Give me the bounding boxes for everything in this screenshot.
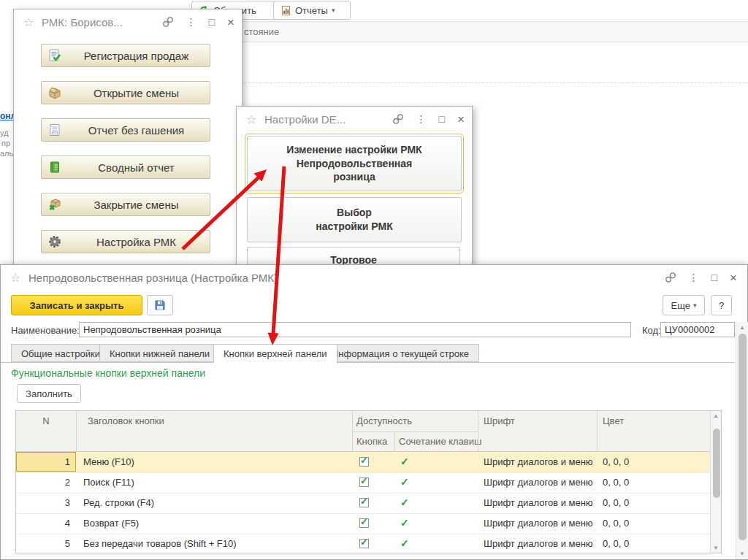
button-caption: Ред. строки (F4) [83, 493, 154, 513]
form-title: Непродовольственная розница (Настройка Р… [28, 272, 278, 284]
font-value: Шрифт диалогов и меню [484, 513, 593, 533]
button-enabled-checkbox[interactable]: ✓ [359, 457, 369, 467]
link-icon[interactable] [392, 113, 404, 125]
button-enabled-checkbox[interactable]: ✓ [359, 518, 369, 528]
favorite-star-icon[interactable]: ☆ [246, 112, 256, 126]
tab-top-panel-buttons[interactable]: Кнопки верхней панели [213, 344, 337, 364]
help-button[interactable]: ? [711, 295, 732, 315]
button-caption: Поиск (F11) [83, 472, 134, 492]
report-icon [280, 5, 291, 16]
background-text-fragment: аль [0, 149, 13, 158]
register-sales-button[interactable]: Регистрация продаж [41, 44, 210, 67]
tab-current-row-info[interactable]: Информация о текущей строке [321, 344, 479, 362]
maximize-icon[interactable]: □ [439, 113, 445, 125]
button-enabled-checkbox[interactable]: ✓ [359, 539, 369, 548]
column-header-button: Кнопка [356, 436, 387, 447]
shortcut-enabled-check-icon: ✓ [400, 452, 409, 472]
rmk-settings-button[interactable]: Настройка РМК [41, 230, 210, 253]
color-value: 0, 0, 0 [603, 534, 629, 553]
chevron-down-icon: ▾ [693, 302, 697, 309]
table-scrollbar[interactable]: ▲ ▼ [710, 411, 721, 553]
change-rmk-setting-button[interactable]: Изменение настройки РМК Непродовольствен… [247, 136, 462, 191]
reports-button[interactable]: Отчеты ▾ [273, 1, 351, 20]
button-label: ? [719, 300, 724, 311]
save-and-close-button[interactable]: Записать и закрыть [11, 295, 142, 315]
select-rmk-setting-button[interactable]: Выбор настройки РМК [247, 197, 462, 242]
scrollbar-thumb[interactable] [713, 429, 720, 498]
favorite-star-icon[interactable]: ☆ [23, 15, 34, 29]
report-icon [47, 123, 62, 137]
open-shift-button[interactable]: Открытие смены [41, 81, 210, 104]
button-label: Отчет без гашения [69, 124, 204, 137]
button-label: Сводный отчет [69, 161, 204, 174]
tab-general-settings[interactable]: Общие настройки [11, 344, 110, 362]
table-row[interactable]: 1 Меню (F10) ✓ ✓ Шрифт диалогов и меню 0… [16, 452, 710, 473]
code-label: Код: [642, 325, 661, 336]
button-enabled-checkbox[interactable]: ✓ [359, 498, 369, 507]
more-button[interactable]: Еще ▾ [663, 295, 705, 315]
button-label: Изменение настройки РМК Непродовольствен… [286, 143, 421, 185]
link-icon[interactable] [665, 272, 676, 283]
background-text-fragment: уд [0, 129, 9, 137]
table-row[interactable]: 5 Без передачи товаров (Shift + F10) ✓ ✓… [16, 534, 710, 555]
summary-report-button[interactable]: Сводный отчет [41, 156, 210, 179]
table-row[interactable]: 4 Возврат (F5) ✓ ✓ Шрифт диалогов и меню… [16, 513, 710, 534]
column-header-n: N [16, 415, 76, 426]
settings-window-titlebar: ☆ Настройки DE... ⋮ □ × [237, 107, 472, 131]
kebab-menu-icon[interactable]: ⋮ [416, 113, 427, 125]
color-value: 0, 0, 0 [603, 513, 629, 533]
background-grid-line [241, 83, 748, 83]
scroll-up-icon[interactable]: ▲ [736, 324, 748, 331]
close-icon[interactable]: × [227, 17, 234, 28]
row-number: 1 [16, 452, 70, 472]
shortcut-enabled-check-icon: ✓ [400, 493, 409, 513]
close-icon[interactable]: × [730, 272, 737, 283]
button-caption: Без передачи товаров (Shift + F10) [83, 534, 237, 553]
font-value: Шрифт диалогов и меню [484, 493, 593, 513]
kebab-menu-icon[interactable]: ⋮ [186, 16, 196, 28]
table-row[interactable]: 3 Ред. строки (F4) ✓ ✓ Шрифт диалогов и … [16, 493, 710, 514]
save-button[interactable] [147, 295, 173, 315]
font-value: Шрифт диалогов и меню [484, 534, 593, 553]
rmk-window-titlebar: ☆ РМК: Борисов... ⋮ □ × [14, 9, 242, 36]
code-input[interactable] [660, 322, 735, 337]
reports-label: Отчеты [295, 5, 328, 16]
column-header-caption: Заголовок кнопки [88, 415, 164, 426]
form-scrollbar[interactable]: ▲ ▼ [736, 322, 748, 559]
rmk-window: ☆ РМК: Борисов... ⋮ □ × Регистрация прод… [13, 9, 243, 267]
font-value: Шрифт диалогов и меню [484, 472, 593, 492]
rmk-window-title: РМК: Борисов... [42, 16, 123, 28]
button-label: Выбор настройки РМК [316, 206, 392, 234]
background-column-header: стояние [244, 26, 279, 37]
maximize-icon[interactable]: □ [209, 16, 215, 28]
column-header-font: Шрифт [484, 415, 515, 426]
fill-button[interactable]: Заполнить [17, 384, 81, 403]
open-shift-icon [47, 85, 62, 100]
close-shift-button[interactable]: Закрытие смены [41, 193, 210, 216]
gear-icon [47, 234, 62, 249]
name-input[interactable] [79, 322, 631, 337]
close-icon[interactable]: × [457, 114, 465, 125]
tab-bottom-panel-buttons[interactable]: Кнопки нижней панели [99, 344, 220, 362]
scroll-down-icon[interactable]: ▼ [711, 545, 721, 551]
button-label: Заполнить [26, 388, 72, 399]
shortcut-enabled-check-icon: ✓ [400, 534, 409, 553]
scroll-up-icon[interactable]: ▲ [711, 413, 721, 419]
font-value: Шрифт диалогов и меню [484, 452, 593, 472]
scrollbar-thumb[interactable] [739, 334, 747, 540]
shortcut-enabled-check-icon: ✓ [400, 472, 409, 492]
scroll-down-icon[interactable]: ▼ [736, 551, 748, 557]
button-label: Закрытие смены [69, 199, 204, 211]
column-header-color: Цвет [603, 415, 624, 426]
color-value: 0, 0, 0 [603, 493, 629, 513]
column-header-shortcut: Сочетание клавиш [399, 436, 481, 447]
kebab-menu-icon[interactable]: ⋮ [689, 272, 699, 283]
trade-equipment-button[interactable]: Торговое [247, 247, 460, 266]
link-icon[interactable] [162, 16, 174, 28]
color-value: 0, 0, 0 [603, 452, 629, 472]
button-enabled-checkbox[interactable]: ✓ [359, 477, 369, 487]
maximize-icon[interactable]: □ [711, 272, 717, 283]
report-no-blanking-button[interactable]: Отчет без гашения [41, 118, 210, 142]
table-row[interactable]: 2 Поиск (F11) ✓ ✓ Шрифт диалогов и меню … [16, 472, 710, 494]
favorite-star-icon[interactable]: ☆ [10, 271, 20, 285]
